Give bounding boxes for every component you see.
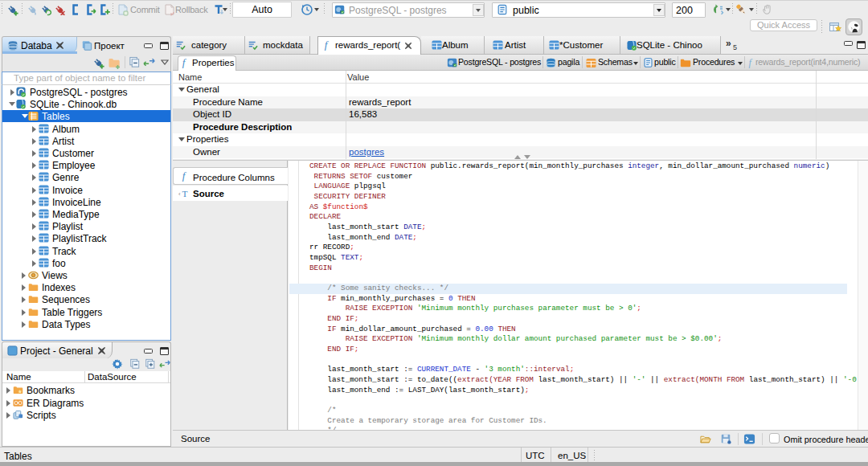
svg-text:f: f — [325, 39, 330, 51]
svg-text:f: f — [182, 57, 187, 68]
svg-text:T: T — [182, 189, 187, 198]
svg-text:f: f — [182, 170, 187, 182]
svg-text:f: f — [748, 57, 752, 68]
svg-text:‹: ‹ — [178, 190, 181, 198]
